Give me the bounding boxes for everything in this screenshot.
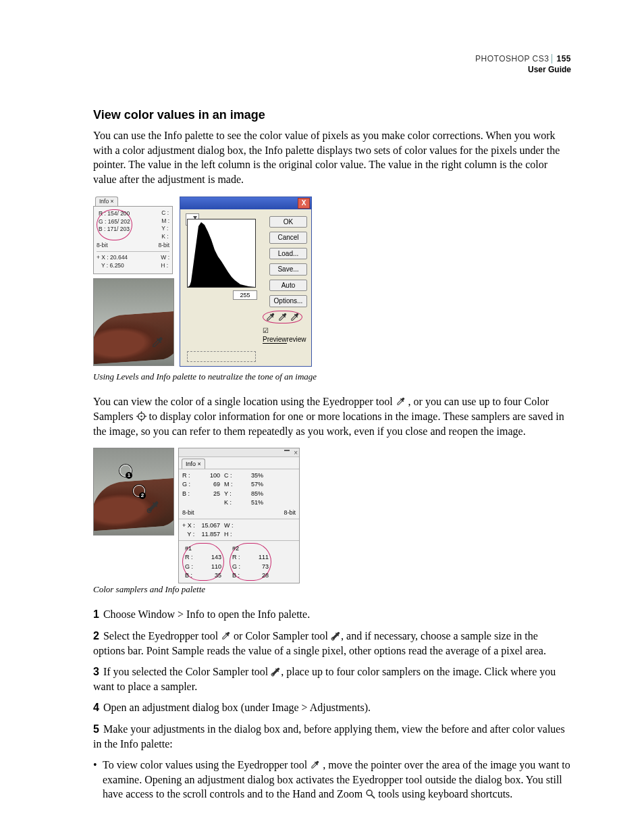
sampler-marker-1 [119, 465, 132, 477]
options-button[interactable]: Options... [269, 295, 307, 307]
output-gradient [187, 351, 256, 362]
step-4: 4Open an adjustment dialog box (under Im… [93, 700, 571, 715]
load-button[interactable]: Load... [269, 248, 307, 260]
intro-paragraph: You can use the Info palette to see the … [93, 128, 571, 186]
gray-point-eyedropper-icon[interactable] [277, 312, 288, 322]
section-heading: View color values in an image [93, 107, 571, 123]
save-button[interactable]: Save... [269, 263, 307, 276]
levels-dialog: X OK Cancel Load... Save... Auto Options… [180, 197, 312, 367]
color-sampler-target-icon [136, 411, 146, 421]
sample-image-with-markers [93, 448, 174, 536]
product-name: PHOTOSHOP CS3 [475, 54, 549, 63]
info-tab: Info × [95, 197, 118, 206]
black-point-eyedropper-icon[interactable] [265, 312, 275, 322]
cancel-button[interactable]: Cancel [269, 232, 307, 244]
eyedropper-icon [310, 760, 320, 770]
sample-image-thumbnail [93, 278, 174, 366]
input-level-max[interactable]: 255 [233, 290, 257, 300]
histogram [187, 219, 256, 288]
eyedropper-icon [221, 631, 231, 641]
info-tab-2: Info × [182, 459, 205, 469]
figure-color-samplers: × Info × R :100C :35% G :69M :57% B :25Y… [93, 448, 571, 583]
close-button[interactable]: X [298, 198, 310, 209]
page-header: PHOTOSHOP CS3155 User Guide [475, 54, 571, 75]
white-point-eyedropper-icon[interactable] [290, 312, 300, 322]
figure1-caption: Using Levels and Info palette to neutral… [93, 371, 571, 383]
step-1: 1Choose Window > Info to open the Info p… [93, 607, 571, 622]
preview-checkbox[interactable]: ☑ Previewreview [263, 326, 307, 344]
step-5: 5Make your adjustments in the dialog box… [93, 722, 571, 751]
close-icon[interactable]: × [294, 448, 298, 458]
bullet-eyedropper-tip: To view color values using the Eyedroppe… [93, 758, 571, 802]
eyedropper-cursor-icon [151, 336, 164, 349]
sampler-marker-2 [133, 485, 145, 497]
figure-levels-info: Info × R : 154/ 200 G : 165/ 202 B : 171… [93, 197, 571, 367]
mid-paragraph: You can view the color of a single locat… [93, 394, 571, 438]
info-palette-2: × Info × R :100C :35% G :69M :57% B :25Y… [178, 448, 300, 583]
info-palette: Info × R : 154/ 200 G : 165/ 202 B : 171… [93, 197, 173, 275]
ok-button[interactable]: OK [269, 216, 307, 228]
auto-button[interactable]: Auto [269, 280, 307, 292]
zoom-icon [365, 789, 375, 799]
color-sampler-tool-icon [331, 631, 341, 641]
guide-label: User Guide [475, 65, 571, 76]
color-sampler-tool-icon [271, 667, 281, 677]
step-3: 3If you selected the Color Sampler tool … [93, 664, 571, 694]
minimize-icon[interactable] [284, 450, 290, 451]
color-sampler-cursor-icon [146, 500, 160, 513]
figure2-caption: Color samplers and Info palette [93, 583, 571, 596]
step-2: 2Select the Eyedropper tool or Color Sam… [93, 629, 571, 658]
page-number: 155 [552, 54, 571, 63]
eyedropper-row [263, 311, 307, 323]
eyedropper-icon [396, 396, 406, 407]
